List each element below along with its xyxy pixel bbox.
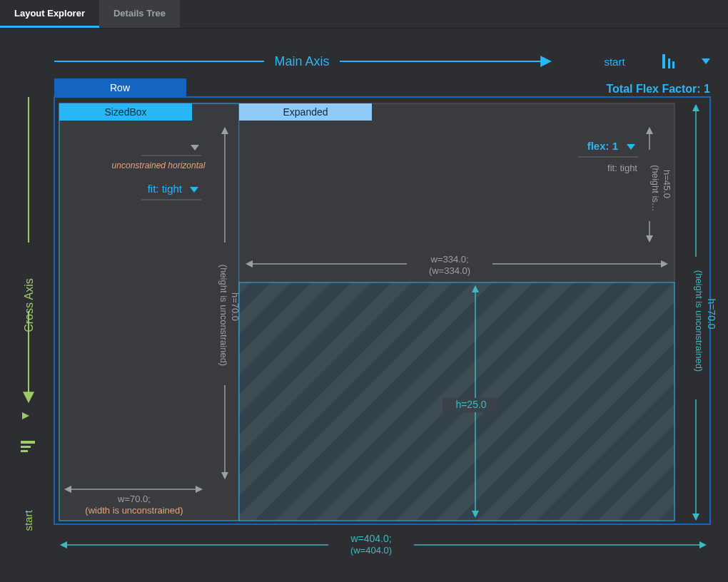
tabs: Layout Explorer Details Tree xyxy=(0,0,728,29)
expanded-fit: fit: tight xyxy=(607,163,637,173)
expanded-h-note: (height is… xyxy=(650,165,661,212)
row-tab-label: Row xyxy=(110,82,131,93)
tab-label: Details Tree xyxy=(113,8,166,19)
cross-alignment-label[interactable]: start xyxy=(22,510,34,531)
expanded-tab-label: Expanded xyxy=(283,106,328,118)
chevron-down-icon[interactable] xyxy=(702,58,710,64)
row-width-line2: (w=404.0) xyxy=(350,545,392,556)
sizedbox-unconstrained: unconstrained horizontal xyxy=(112,160,206,170)
total-flex-factor: Total Flex Factor: 1 xyxy=(606,83,710,95)
svg-rect-8 xyxy=(21,441,35,444)
cross-axis-label: Cross Axis xyxy=(23,278,35,332)
expanded-flex[interactable]: flex: 1 xyxy=(587,140,618,152)
svg-rect-3 xyxy=(662,54,665,68)
spacer-h: h=25.0 xyxy=(455,399,486,410)
main-alignment-label[interactable]: start xyxy=(604,56,625,68)
sizedbox-tab-label: SizedBox xyxy=(104,106,146,118)
main-alignment-icon[interactable] xyxy=(662,54,674,68)
sizedbox-fit[interactable]: fit: tight xyxy=(148,183,183,195)
svg-rect-4 xyxy=(668,58,670,68)
cross-alignment-icon[interactable] xyxy=(21,441,35,452)
main-axis-label: Main Axis xyxy=(274,54,329,68)
row-width-line1: w=404.0; xyxy=(350,533,391,544)
layout-canvas: Main Axis Main Axis start Cross Axis sta… xyxy=(0,29,728,582)
row-height-text: h=70.0 xyxy=(706,298,717,329)
sizedbox-w-line2: (width is unconstrained) xyxy=(85,505,183,516)
svg-rect-10 xyxy=(21,450,28,452)
expanded-w-line2: (w=334.0) xyxy=(429,265,470,276)
expanded-h-text: h=45.0 xyxy=(662,170,672,198)
svg-rect-5 xyxy=(672,61,674,68)
cross-align-play-icon[interactable] xyxy=(22,412,29,419)
tab-details-tree[interactable]: Details Tree xyxy=(99,0,180,28)
sizedbox-h-note: (height is unconstrained) xyxy=(218,265,229,366)
svg-marker-7 xyxy=(22,412,29,419)
tab-label: Layout Explorer xyxy=(14,8,85,19)
expanded-w-line1: w=334.0; xyxy=(430,254,468,265)
tab-layout-explorer[interactable]: Layout Explorer xyxy=(0,0,99,28)
svg-rect-9 xyxy=(21,446,31,448)
row-height-note: (height is unconstrained) xyxy=(694,270,704,372)
sizedbox-w-line1: w=70.0; xyxy=(117,494,151,504)
